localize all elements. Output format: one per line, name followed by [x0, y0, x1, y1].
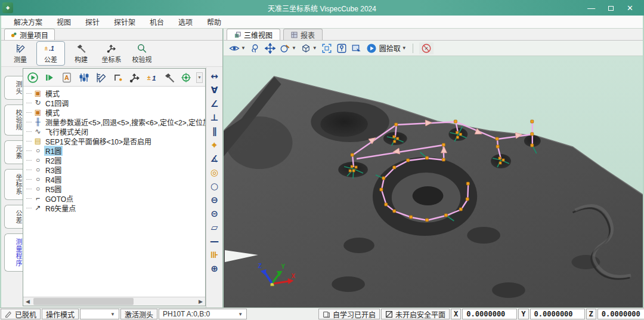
tab-measurement-project[interactable]: 测量项目: [4, 29, 55, 40]
marker-button[interactable]: [336, 43, 347, 54]
tree-item[interactable]: ⌐GOTO点: [23, 193, 205, 203]
scrollbar-thumb[interactable]: [33, 298, 134, 305]
tree-toolbar-params-button[interactable]: [77, 70, 91, 85]
3d-viewport[interactable]: Z Y X: [224, 56, 643, 307]
view-tab-三维视图[interactable]: 三维视图: [227, 29, 280, 40]
toolbar-overflow-button[interactable]: ▾: [196, 72, 203, 83]
tree-item-label: 飞行模式关闭: [44, 127, 89, 137]
parallelism-icon[interactable]: ∥: [208, 124, 222, 138]
active-probe-select[interactable]: PH10T A:0,B:0 ▼: [159, 309, 247, 319]
perpendicularity-icon[interactable]: ⊥: [208, 110, 222, 124]
circle-feature-icon: ○: [33, 156, 42, 164]
safety-plane-status: 未开启安全平面: [381, 309, 450, 319]
chevron-down-icon[interactable]: ▼: [402, 45, 407, 51]
probe-disabled-button[interactable]: [419, 42, 434, 54]
side-tab-测头[interactable]: 测头: [4, 76, 23, 100]
angularity-icon[interactable]: ∡: [208, 152, 222, 165]
total-runout-icon[interactable]: ⊝: [208, 207, 222, 220]
mode-icon: ▣: [33, 90, 42, 97]
svg-text:1: 1: [152, 74, 156, 82]
measure-icon: [14, 43, 27, 54]
tree-toolbar-measure-button[interactable]: [94, 70, 108, 85]
concentricity-icon[interactable]: ◎: [208, 165, 222, 179]
menu-item-1[interactable]: 解决方案: [7, 16, 49, 28]
ribbon-button-tolerance[interactable]: ±.1公差: [36, 41, 65, 66]
tree-item[interactable]: ○R5圆: [23, 184, 205, 193]
ribbon-button-label: 测量: [14, 54, 27, 64]
tree-item[interactable]: ○R2圆: [23, 155, 205, 165]
overlay-panel-button[interactable]: [351, 43, 362, 54]
tree-item[interactable]: ▣模式: [23, 107, 205, 117]
hole: [467, 227, 500, 244]
project-icon: [11, 32, 17, 38]
pick-mode-button[interactable]: 圆拾取 ▼: [366, 43, 407, 54]
active-probe-value: PH10T A:0,B:0: [163, 310, 210, 318]
side-tab-元素[interactable]: 元素: [4, 140, 23, 164]
side-tab-公差[interactable]: 公差: [4, 205, 23, 229]
tree-toolbar-build-button[interactable]: [162, 70, 177, 85]
tree-toolbar-run-button[interactable]: [26, 70, 40, 85]
angle-vee-icon[interactable]: ∀: [208, 83, 222, 97]
location-marker-icon: [336, 43, 347, 54]
ribbon-button-build[interactable]: 构建: [67, 41, 95, 66]
flatness-icon[interactable]: ▱: [208, 220, 222, 234]
operation-mode-select[interactable]: ▼: [80, 309, 119, 319]
ribbon-button-verify[interactable]: 校验规: [128, 41, 156, 66]
angle-icon[interactable]: ∠: [208, 97, 222, 110]
tree-toolbar-autodoc-button[interactable]: A: [60, 70, 74, 85]
orbit-button[interactable]: [250, 43, 261, 54]
close-button[interactable]: ✕: [627, 4, 633, 12]
menu-item-3[interactable]: 探针: [79, 16, 106, 28]
tree-item[interactable]: ∿飞行模式关闭: [23, 127, 205, 136]
scroll-left-icon[interactable]: ◀: [23, 297, 32, 306]
side-tab-坐标系[interactable]: 坐标系: [4, 169, 23, 200]
circular-runout-icon[interactable]: ⊖: [208, 193, 222, 207]
tree-item[interactable]: ○R3圆: [23, 165, 205, 174]
tree-guide-line: [26, 103, 32, 103]
pan-button[interactable]: [265, 43, 275, 54]
cube-view-button[interactable]: ▼: [301, 43, 317, 54]
parameters-icon: [78, 72, 90, 84]
tree-toolbar-goto-button[interactable]: [111, 70, 125, 85]
view-visibility-button[interactable]: ▼: [229, 43, 246, 54]
tree-toolbar-probe-button[interactable]: [179, 70, 193, 85]
sketch-rotate-button[interactable]: ▼: [280, 43, 296, 54]
side-tab-测量程序[interactable]: 测量程序: [4, 233, 23, 272]
menu-item-2[interactable]: 视图: [50, 16, 78, 28]
tree-item[interactable]: ↗R6矢量点: [23, 203, 205, 213]
tree-item[interactable]: ○R4圆: [23, 174, 205, 184]
tree-item[interactable]: ▣模式: [23, 88, 205, 98]
symmetry-icon[interactable]: ⊪: [208, 248, 222, 261]
ribbon-button-measure[interactable]: 测量: [6, 41, 35, 66]
tree-item[interactable]: ╫测量参数逼近<5>,回退<5>,搜索<6>,定位<2>,定位加<2>,测量: [23, 117, 205, 127]
menu-item-7[interactable]: 帮助: [200, 16, 228, 28]
true-position-icon[interactable]: ⊕: [208, 261, 222, 275]
learning-book-icon: [323, 310, 330, 318]
tree-horizontal-scrollbar[interactable]: ◀ ▶: [23, 297, 205, 306]
roundness-icon[interactable]: ○: [208, 179, 222, 193]
minimize-button[interactable]: —: [587, 4, 595, 12]
zoom-fit-button[interactable]: [321, 43, 332, 54]
svg-text:A: A: [64, 74, 69, 81]
view-tab-报表[interactable]: 报表: [283, 29, 323, 40]
tree-item-label: R4圆: [44, 174, 63, 184]
tree-item[interactable]: ○R1圆: [23, 146, 205, 155]
maximize-button[interactable]: [608, 4, 614, 12]
ribbon-button-coordsys[interactable]: 坐标系: [97, 41, 126, 66]
safety-plane-off-icon: [385, 310, 393, 318]
tree-item[interactable]: ↻C1回调: [23, 98, 205, 107]
side-tab-校验规[interactable]: 校验规: [4, 104, 23, 136]
menu-item-4[interactable]: 探针架: [107, 16, 142, 28]
tree-toolbar-coordsys-button[interactable]: [128, 70, 143, 85]
tree-item[interactable]: ▤SEP1安全平面偏移<10>是否启用: [23, 136, 205, 146]
tree-toolbar-tolerance-button[interactable]: ±1: [145, 70, 159, 85]
position-icon[interactable]: ⌖: [208, 138, 222, 152]
menu-item-5[interactable]: 机台: [143, 16, 171, 28]
ribbon-button-label: 校验规: [132, 54, 152, 64]
straightness-icon[interactable]: —: [208, 234, 222, 248]
tree-toolbar-step-button[interactable]: [43, 70, 57, 85]
distance-icon[interactable]: ↔: [208, 69, 222, 83]
scroll-right-icon[interactable]: ▶: [196, 297, 205, 306]
menu-item-6[interactable]: 选项: [172, 16, 199, 28]
tree-guide-line: [26, 122, 32, 122]
